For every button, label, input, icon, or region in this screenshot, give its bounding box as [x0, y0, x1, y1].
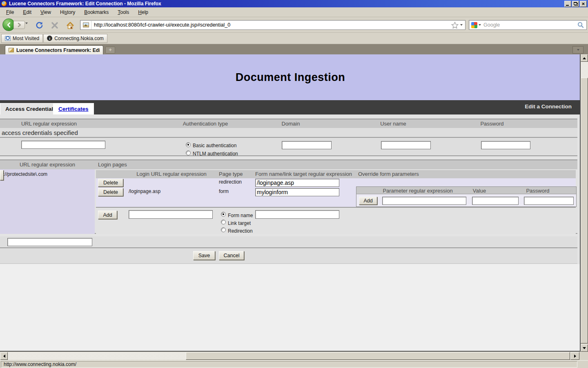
- vscroll-track[interactable]: [581, 62, 588, 78]
- scrollbar-corner: [581, 352, 588, 360]
- back-history-dropdown[interactable]: [25, 22, 28, 24]
- scroll-left-icon: [3, 355, 5, 358]
- bookmark-connecting-nokia[interactable]: i Connecting.Nokia.com: [43, 34, 107, 43]
- most-visited-icon: [5, 36, 11, 41]
- new-target-regexp-input[interactable]: [255, 210, 339, 219]
- radio-form-name[interactable]: [221, 212, 226, 217]
- menu-file[interactable]: File: [2, 8, 18, 16]
- url-bar[interactable]: [80, 20, 466, 30]
- forward-button[interactable]: [13, 21, 25, 29]
- url-input[interactable]: [91, 22, 451, 28]
- col-domain: Domain: [242, 121, 340, 127]
- delete-login-page-button[interactable]: Delete: [98, 179, 123, 187]
- col-page-type: Page type: [219, 171, 256, 177]
- search-input[interactable]: [481, 22, 577, 28]
- minimize-button[interactable]: [564, 1, 571, 7]
- page-filler: [0, 264, 581, 352]
- firefox-icon: [1, 1, 7, 7]
- close-button[interactable]: ✕: [580, 1, 587, 7]
- session-section: URL regular expression Login pages ://pr…: [0, 159, 577, 234]
- credentials-header-row: URL regular expression Authentication ty…: [0, 119, 577, 128]
- reload-button[interactable]: [34, 20, 44, 30]
- param-value-input[interactable]: [472, 197, 519, 205]
- urlbar-dropdown-icon[interactable]: [460, 24, 463, 26]
- hscroll-thumb[interactable]: [186, 352, 570, 360]
- session-url-cell: ://protectedsite\.com: [0, 169, 95, 234]
- col-override-params: Override form parameters: [358, 171, 448, 177]
- google-logo-icon: [471, 22, 477, 28]
- bookmark-most-visited[interactable]: Most Visited: [1, 34, 43, 43]
- param-regexp-input[interactable]: [382, 197, 466, 205]
- page-favicon-icon: [83, 22, 89, 27]
- session-header-row: URL regular expression Login pages: [0, 160, 577, 169]
- col-auth-type: Authentication type: [156, 121, 254, 127]
- vscroll-thumb[interactable]: [581, 78, 588, 343]
- search-box[interactable]: [469, 20, 587, 30]
- vertical-scrollbar[interactable]: [581, 54, 588, 352]
- col-user-name: User name: [344, 121, 442, 127]
- home-button[interactable]: [65, 20, 75, 30]
- new-session-url-input[interactable]: [7, 238, 92, 246]
- scroll-left-button[interactable]: [0, 352, 8, 360]
- add-login-page-button[interactable]: Add: [98, 211, 117, 219]
- credential-username-input[interactable]: [381, 141, 431, 149]
- radio-redirection[interactable]: [221, 227, 226, 232]
- hscroll-track[interactable]: [8, 352, 186, 360]
- col-url-regexp: URL regular expression: [0, 121, 98, 127]
- browser-tab-active[interactable]: Lucene Connectors Framework: Edit ...: [5, 45, 103, 54]
- radio-basic-auth[interactable]: [186, 142, 191, 147]
- credential-url-regexp-input[interactable]: [21, 141, 105, 149]
- menu-bookmarks[interactable]: Bookmarks: [80, 8, 113, 16]
- cancel-button[interactable]: Cancel: [219, 251, 244, 260]
- login-url-value: /loginpage.asp: [129, 188, 160, 194]
- list-all-tabs-button[interactable]: [572, 46, 584, 54]
- site-favicon-box: [80, 20, 91, 29]
- status-bar: http://www.connecting.nokia.com/: [0, 360, 588, 368]
- menu-history[interactable]: History: [56, 8, 80, 16]
- back-icon: [6, 22, 12, 28]
- mode-label: Edit a Connection: [525, 103, 572, 110]
- bookmarks-toolbar: Most Visited i Connecting.Nokia.com: [0, 33, 588, 44]
- radio-ntlm-auth-label: NTLM authentication: [193, 151, 238, 157]
- target-regexp-input[interactable]: [255, 179, 339, 187]
- menu-edit[interactable]: Edit: [18, 8, 36, 16]
- scroll-right-button[interactable]: [570, 352, 579, 360]
- page-tab-bar: Access Credentials Certificates Edit a C…: [0, 100, 581, 114]
- stop-button[interactable]: [50, 20, 60, 30]
- col-value: Value: [459, 188, 500, 194]
- new-tab-button[interactable]: +: [105, 47, 115, 54]
- scroll-down-button[interactable]: [581, 344, 588, 352]
- tab-access-credentials[interactable]: Access Credentials: [0, 103, 62, 114]
- param-password-input[interactable]: [524, 197, 574, 205]
- credential-domain-input[interactable]: [282, 141, 332, 149]
- target-regexp-input[interactable]: [255, 188, 339, 196]
- radio-link-target[interactable]: [221, 220, 226, 224]
- override-header-row: Parameter regular expression Value Passw…: [356, 187, 576, 194]
- restore-button[interactable]: [572, 1, 579, 7]
- add-param-button[interactable]: Add: [359, 197, 377, 205]
- save-button[interactable]: Save: [193, 251, 215, 260]
- menu-view[interactable]: View: [36, 8, 56, 16]
- col-param-regexp: Parameter regular expression: [381, 188, 454, 194]
- tab-certificates[interactable]: Certificates: [53, 103, 94, 114]
- new-login-url-input[interactable]: [129, 210, 213, 219]
- navigation-toolbar: [0, 17, 588, 33]
- home-icon: [66, 22, 74, 29]
- scroll-up-icon: [583, 57, 586, 59]
- forward-icon: [17, 22, 22, 27]
- search-magnifier-icon[interactable]: [577, 22, 584, 28]
- page-type-value: redirection: [219, 179, 242, 185]
- menu-help[interactable]: Help: [134, 8, 153, 16]
- menu-tools[interactable]: Tools: [113, 8, 134, 16]
- bookmark-star-icon[interactable]: [451, 22, 459, 29]
- credential-password-input[interactable]: [481, 141, 530, 149]
- page-type-value: form: [219, 188, 229, 194]
- delete-login-page-button[interactable]: Delete: [98, 188, 123, 196]
- col-login-url-regexp: Login URL regular expression: [129, 171, 214, 177]
- radio-basic-auth-label: Basic authentication: [193, 143, 236, 148]
- scroll-up-button[interactable]: [581, 54, 588, 62]
- credentials-empty-message: access credentials specified: [0, 128, 577, 138]
- horizontal-scrollbar[interactable]: [0, 352, 581, 360]
- radio-ntlm-auth[interactable]: [186, 150, 191, 155]
- reload-icon: [35, 21, 43, 29]
